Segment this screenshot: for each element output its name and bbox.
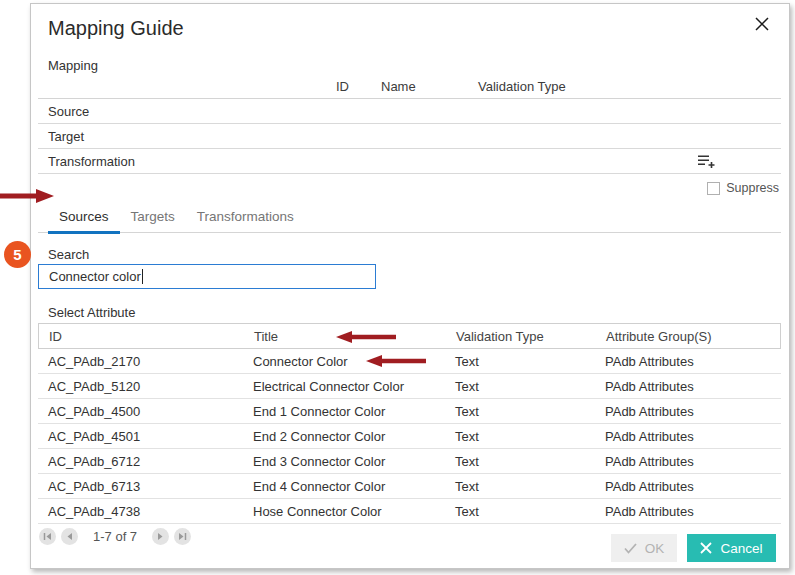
cell-id: AC_PAdb_4738 bbox=[38, 504, 243, 519]
tab-targets[interactable]: Targets bbox=[120, 204, 186, 233]
x-icon bbox=[700, 542, 712, 554]
cell-id: AC_PAdb_6712 bbox=[38, 454, 243, 469]
search-input[interactable]: Connector color bbox=[38, 264, 376, 289]
ok-button[interactable]: OK bbox=[611, 534, 677, 562]
cell-id: AC_PAdb_5120 bbox=[38, 379, 243, 394]
cell-attribute-groups: PAdb Attributes bbox=[595, 429, 781, 444]
next-page-button[interactable] bbox=[152, 528, 169, 545]
table-row[interactable]: AC_PAdb_2170Connector ColorTextPAdb Attr… bbox=[38, 349, 781, 374]
table-row[interactable]: AC_PAdb_4501End 2 Connector ColorTextPAd… bbox=[38, 424, 781, 449]
last-page-button[interactable] bbox=[174, 528, 191, 545]
cell-attribute-groups: PAdb Attributes bbox=[595, 404, 781, 419]
select-attribute-label: Select Attribute bbox=[38, 305, 781, 320]
attribute-table-header: ID Title Validation Type Attribute Group… bbox=[38, 323, 781, 349]
page-title: Mapping Guide bbox=[38, 4, 781, 40]
text-cursor bbox=[142, 269, 143, 284]
cell-attribute-groups: PAdb Attributes bbox=[595, 504, 781, 519]
table-row[interactable]: AC_PAdb_6712End 3 Connector ColorTextPAd… bbox=[38, 449, 781, 474]
cell-id: AC_PAdb_6713 bbox=[38, 479, 243, 494]
cell-title: Connector Color bbox=[243, 354, 445, 369]
dialog-footer: OK Cancel bbox=[611, 534, 776, 562]
cancel-button[interactable]: Cancel bbox=[687, 534, 776, 562]
mapping-row-target-label: Target bbox=[48, 129, 84, 144]
ok-button-label: OK bbox=[645, 541, 665, 556]
cell-validation-type: Text bbox=[445, 429, 595, 444]
cell-title: End 1 Connector Color bbox=[243, 404, 445, 419]
annotation-arrow-connector-color bbox=[336, 331, 396, 343]
cell-validation-type: Text bbox=[445, 354, 595, 369]
check-icon bbox=[624, 543, 637, 554]
page-range-text: 1-7 of 7 bbox=[93, 529, 137, 544]
step-number-badge: 5 bbox=[4, 241, 31, 268]
mapping-row-source-label: Source bbox=[48, 104, 89, 119]
tab-transformations[interactable]: Transformations bbox=[186, 204, 305, 233]
cell-validation-type: Text bbox=[445, 454, 595, 469]
search-label: Search bbox=[38, 247, 781, 262]
mapping-col-name: Name bbox=[381, 79, 416, 94]
cell-attribute-groups: PAdb Attributes bbox=[595, 454, 781, 469]
mapping-col-id: ID bbox=[336, 79, 349, 94]
mapping-header-row: ID Name Validation Type bbox=[38, 77, 781, 99]
cell-attribute-groups: PAdb Attributes bbox=[595, 379, 781, 394]
mapping-row-transformation[interactable]: Transformation bbox=[38, 149, 781, 174]
first-page-button[interactable] bbox=[39, 528, 56, 545]
cell-id: AC_PAdb_2170 bbox=[38, 354, 243, 369]
attribute-table-body: AC_PAdb_2170Connector ColorTextPAdb Attr… bbox=[38, 349, 781, 524]
attr-col-id: ID bbox=[39, 329, 244, 344]
mapping-row-transformation-label: Transformation bbox=[48, 154, 135, 169]
tab-sources[interactable]: Sources bbox=[48, 204, 120, 233]
attr-col-attribute-groups: Attribute Group(S) bbox=[596, 329, 780, 344]
table-row[interactable]: AC_PAdb_4738Hose Connector ColorTextPAdb… bbox=[38, 499, 781, 524]
cell-validation-type: Text bbox=[445, 504, 595, 519]
cell-validation-type: Text bbox=[445, 479, 595, 494]
table-row[interactable]: AC_PAdb_4500End 1 Connector ColorTextPAd… bbox=[38, 399, 781, 424]
cell-title: Electrical Connector Color bbox=[243, 379, 445, 394]
attribute-table: ID Title Validation Type Attribute Group… bbox=[38, 323, 781, 524]
annotation-arrow-sources-tab bbox=[0, 189, 54, 203]
cell-attribute-groups: PAdb Attributes bbox=[595, 479, 781, 494]
search-input-value: Connector color bbox=[49, 269, 141, 284]
attr-col-validation-type: Validation Type bbox=[446, 329, 596, 344]
tabs: SourcesTargetsTransformations bbox=[38, 204, 781, 233]
cell-id: AC_PAdb_4500 bbox=[38, 404, 243, 419]
table-row[interactable]: AC_PAdb_5120Electrical Connector ColorTe… bbox=[38, 374, 781, 399]
cell-title: End 4 Connector Color bbox=[243, 479, 445, 494]
previous-page-button[interactable] bbox=[61, 528, 78, 545]
add-transformation-icon[interactable] bbox=[697, 154, 716, 169]
cancel-button-label: Cancel bbox=[720, 541, 762, 556]
mapping-section-label: Mapping bbox=[38, 58, 781, 73]
suppress-label: Suppress bbox=[726, 181, 779, 195]
cell-validation-type: Text bbox=[445, 379, 595, 394]
suppress-row: Suppress bbox=[38, 179, 781, 197]
mapping-row-target[interactable]: Target bbox=[38, 124, 781, 149]
mapping-row-source[interactable]: Source bbox=[38, 99, 781, 124]
cell-attribute-groups: PAdb Attributes bbox=[595, 354, 781, 369]
annotation-arrow-icon bbox=[366, 355, 426, 367]
mapping-col-validation-type: Validation Type bbox=[478, 79, 566, 94]
cell-title: Hose Connector Color bbox=[243, 504, 445, 519]
table-row[interactable]: AC_PAdb_6713End 4 Connector ColorTextPAd… bbox=[38, 474, 781, 499]
mapping-guide-dialog: Mapping Guide Mapping ID Name Validation… bbox=[30, 3, 790, 569]
cell-title: End 2 Connector Color bbox=[243, 429, 445, 444]
cell-id: AC_PAdb_4501 bbox=[38, 429, 243, 444]
cell-title: End 3 Connector Color bbox=[243, 454, 445, 469]
cell-validation-type: Text bbox=[445, 404, 595, 419]
suppress-checkbox[interactable] bbox=[707, 182, 720, 195]
